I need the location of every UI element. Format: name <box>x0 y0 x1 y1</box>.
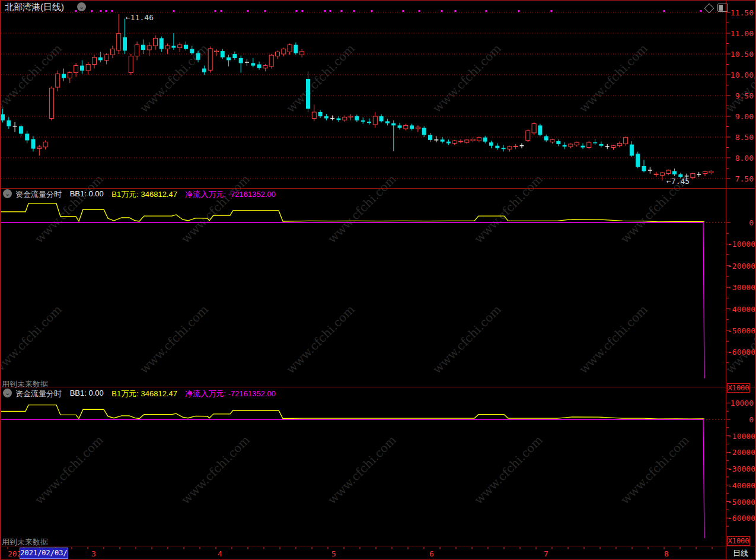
indicator-bb1-value: BB1: 0.00 <box>70 189 104 198</box>
axis-tick-label: -40000 <box>728 305 754 314</box>
month-tick-label: 7 <box>544 549 548 558</box>
axis-tick-label: 8.00 <box>728 154 754 163</box>
border-top <box>0 0 756 1</box>
month-tick-label: 3 <box>91 549 96 558</box>
axis-tick-label: -40000 <box>728 481 754 490</box>
indicator-header-1[interactable]: ⌄ 资金流量分时 BB1: 0.00 B1万元: 346812.47 净流入万元… <box>0 189 726 199</box>
axis-tick-label: 11.00 <box>728 29 754 38</box>
indicator-netflow-value: 净流入万元: -72161352.00 <box>186 189 276 200</box>
month-tick-label: 8 <box>664 549 669 558</box>
chart-canvas <box>0 0 756 560</box>
axis-tick-label: -20000 <box>728 448 754 457</box>
month-tick-label: 4 <box>218 549 222 558</box>
chevron-down-icon[interactable]: ⌄ <box>3 189 12 198</box>
axis-tick-label: 0 <box>728 415 754 424</box>
month-tick-label: 6 <box>429 549 434 558</box>
split-panel-icon[interactable] <box>717 4 728 12</box>
axis-tick-label: -60000 <box>728 348 754 357</box>
separator-bottom-bar <box>0 546 756 546</box>
axis-tick-label: -60000 <box>728 514 754 523</box>
separator-mid-bottom <box>0 387 756 387</box>
separator-main-mid <box>0 188 756 189</box>
chevron-down-icon[interactable]: ⌄ <box>77 2 86 11</box>
indicator-b1-value: B1万元: 346812.47 <box>111 189 177 200</box>
period-selector[interactable]: 日线 <box>733 549 748 557</box>
axis-tick-label: 10.00 <box>728 71 754 79</box>
indicator-netflow-value: 净流入万元: -72161352.00 <box>186 389 276 399</box>
high-price-annotation: ←11.46 <box>126 13 154 22</box>
scale-unit-box: X1000 <box>727 383 750 393</box>
axis-tick-label: 7.50 <box>728 174 754 183</box>
axis-tick-label: 8.50 <box>728 133 754 142</box>
selected-date-box: 2021/02/03/三 <box>20 548 68 559</box>
axis-tick-label: -50000 <box>728 498 754 507</box>
low-price-annotation: ←7.45 <box>666 177 690 186</box>
axis-divider <box>726 0 726 560</box>
indicator-b1-value: B1万元: 346812.47 <box>111 389 177 399</box>
axis-tick-label: -50000 <box>728 326 754 335</box>
axis-tick-label: 10.50 <box>728 50 754 59</box>
axis-tick-label: -10000 <box>728 432 754 441</box>
axis-tick-label: -20000 <box>728 262 754 271</box>
axis-tick-label: 9.50 <box>728 91 754 100</box>
trading-terminal-window: www.cfchi.comwww.cfchi.comwww.cfchi.comw… <box>0 0 756 560</box>
indicator-title: 资金流量分时 <box>15 389 62 399</box>
month-tick-label: 5 <box>331 549 336 558</box>
indicator-title: 资金流量分时 <box>15 189 62 200</box>
border-left <box>0 0 1 560</box>
indicator-header-2[interactable]: ⌄ 资金流量分时 BB1: 0.00 B1万元: 346812.47 净流入万元… <box>0 389 726 398</box>
page-title: 北部湾港(日线) <box>5 2 64 11</box>
axis-tick-label: 9.00 <box>728 112 754 121</box>
axis-tick-label: -30000 <box>728 464 754 473</box>
scale-unit-box: X1000 <box>727 536 750 546</box>
axis-tick-label: -10000 <box>728 240 754 249</box>
axis-tick-label: -30000 <box>728 283 754 292</box>
chevron-down-icon[interactable]: ⌄ <box>3 389 12 397</box>
indicator-bb1-value: BB1: 0.00 <box>70 389 104 397</box>
axis-tick-label: 0 <box>728 218 754 227</box>
axis-tick-label: 11.50 <box>728 8 754 17</box>
axis-tick-label: 10000 <box>728 399 754 408</box>
